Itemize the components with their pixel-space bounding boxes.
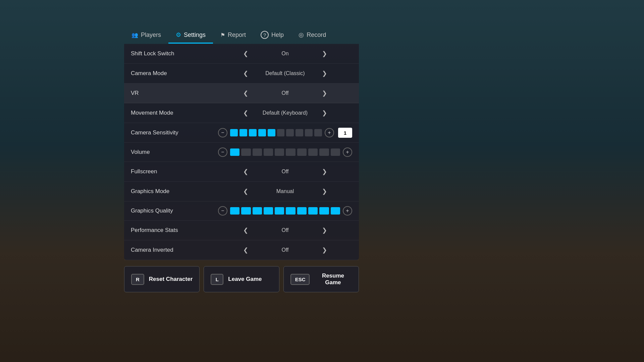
camera-inverted-right[interactable] bbox=[319, 245, 330, 255]
tab-record[interactable]: Record bbox=[291, 27, 333, 44]
camera-sensitivity-track bbox=[230, 129, 322, 136]
camera-sensitivity-plus[interactable]: + bbox=[325, 128, 334, 137]
slider-seg-5 bbox=[268, 129, 275, 136]
volume-track bbox=[230, 148, 340, 156]
setting-fullscreen: Fullscreen Off bbox=[124, 162, 359, 182]
chevron-right-icon bbox=[322, 227, 327, 234]
resume-game-button[interactable]: ESC Resume Game bbox=[283, 266, 359, 292]
volume-minus[interactable]: − bbox=[218, 147, 227, 157]
slider-seg-6 bbox=[277, 129, 285, 136]
chevron-left-icon bbox=[243, 50, 248, 57]
graphics-quality-minus[interactable]: − bbox=[218, 206, 227, 216]
chevron-right-icon bbox=[322, 246, 327, 254]
reset-character-label: Reset Character bbox=[149, 276, 193, 283]
tab-report-label: Report bbox=[228, 32, 246, 39]
camera-inverted-value: Off bbox=[255, 247, 315, 253]
movement-mode-label: Movement Mode bbox=[131, 110, 218, 116]
gq-seg-10 bbox=[331, 207, 340, 215]
slider-seg-10 bbox=[314, 129, 322, 136]
slider-seg-9 bbox=[305, 129, 313, 136]
gq-seg-6 bbox=[286, 207, 295, 215]
fullscreen-right[interactable] bbox=[319, 167, 330, 177]
chevron-right-icon bbox=[322, 89, 327, 97]
movement-mode-left[interactable] bbox=[240, 108, 251, 118]
camera-sensitivity-minus[interactable]: − bbox=[218, 128, 227, 137]
chevron-left-icon bbox=[243, 168, 248, 175]
graphics-mode-label: Graphics Mode bbox=[131, 188, 218, 195]
performance-stats-value: Off bbox=[255, 227, 315, 233]
gq-seg-4 bbox=[264, 207, 273, 215]
chevron-left-icon bbox=[243, 246, 248, 254]
tab-report[interactable]: Report bbox=[213, 27, 253, 44]
camera-inverted-label: Camera Inverted bbox=[131, 247, 218, 253]
volume-plus[interactable]: + bbox=[343, 147, 352, 157]
shift-lock-label: Shift Lock Switch bbox=[131, 50, 218, 57]
flag-icon bbox=[220, 32, 225, 39]
vol-seg-3 bbox=[253, 148, 262, 156]
fullscreen-label: Fullscreen bbox=[131, 168, 218, 175]
gear-icon bbox=[176, 31, 181, 39]
leave-game-button[interactable]: L Leave Game bbox=[204, 266, 279, 292]
slider-seg-4 bbox=[258, 129, 266, 136]
tab-help-label: Help bbox=[271, 32, 284, 39]
vr-right[interactable] bbox=[319, 88, 330, 98]
fullscreen-left[interactable] bbox=[240, 167, 251, 177]
chevron-left-icon bbox=[243, 227, 248, 234]
chevron-right-icon bbox=[322, 50, 327, 57]
chevron-right-icon bbox=[322, 109, 327, 117]
tab-bar: Players Settings Report Help Record bbox=[124, 27, 359, 44]
movement-mode-value: Default (Keyboard) bbox=[255, 110, 315, 116]
vr-label: VR bbox=[131, 90, 218, 97]
setting-camera-inverted: Camera Inverted Off bbox=[124, 240, 359, 260]
movement-mode-right[interactable] bbox=[319, 108, 330, 118]
reset-key-badge: R bbox=[131, 274, 144, 285]
gq-seg-9 bbox=[319, 207, 329, 215]
performance-stats-left[interactable] bbox=[240, 225, 251, 235]
setting-camera-sensitivity: Camera Sensitivity − + 1 bbox=[124, 123, 359, 143]
camera-sensitivity-control: − + 1 bbox=[218, 128, 352, 138]
performance-stats-right[interactable] bbox=[319, 225, 330, 235]
graphics-mode-value: Manual bbox=[255, 188, 315, 194]
fullscreen-value: Off bbox=[255, 169, 315, 175]
slider-seg-1 bbox=[230, 129, 238, 136]
shift-lock-value: On bbox=[255, 51, 315, 57]
shift-lock-right[interactable] bbox=[319, 49, 330, 59]
slider-seg-8 bbox=[296, 129, 303, 136]
shift-lock-left[interactable] bbox=[240, 49, 251, 59]
camera-mode-label: Camera Mode bbox=[131, 70, 218, 77]
graphics-quality-track bbox=[230, 207, 340, 215]
graphics-quality-plus[interactable]: + bbox=[343, 206, 352, 216]
tab-settings[interactable]: Settings bbox=[168, 27, 213, 44]
graphics-mode-left[interactable] bbox=[240, 186, 251, 196]
resume-game-label: Resume Game bbox=[314, 273, 352, 286]
tab-players[interactable]: Players bbox=[124, 27, 168, 44]
performance-stats-label: Performance Stats bbox=[131, 227, 218, 234]
tab-players-label: Players bbox=[141, 32, 161, 39]
slider-seg-3 bbox=[249, 129, 257, 136]
leave-key-badge: L bbox=[211, 274, 223, 285]
camera-inverted-left[interactable] bbox=[240, 245, 251, 255]
camera-mode-right[interactable] bbox=[319, 68, 330, 78]
leave-game-label: Leave Game bbox=[228, 276, 262, 283]
menu-container: Players Settings Report Help Record Shif… bbox=[124, 27, 359, 292]
camera-mode-left[interactable] bbox=[240, 68, 251, 78]
chevron-right-icon bbox=[322, 70, 327, 77]
gq-seg-5 bbox=[275, 207, 284, 215]
vr-value: Off bbox=[255, 90, 315, 96]
vol-seg-10 bbox=[331, 148, 340, 156]
setting-movement-mode: Movement Mode Default (Keyboard) bbox=[124, 103, 359, 123]
graphics-mode-right[interactable] bbox=[319, 186, 330, 196]
gq-seg-2 bbox=[241, 207, 251, 215]
vr-left[interactable] bbox=[240, 88, 251, 98]
chevron-left-icon bbox=[243, 70, 248, 77]
camera-sensitivity-label: Camera Sensitivity bbox=[131, 129, 218, 136]
users-icon bbox=[131, 32, 138, 39]
volume-control: − + bbox=[218, 147, 352, 157]
gq-seg-8 bbox=[308, 207, 318, 215]
setting-vr: VR Off bbox=[124, 83, 359, 103]
vol-seg-7 bbox=[297, 148, 307, 156]
resume-key-badge: ESC bbox=[290, 274, 310, 285]
reset-character-button[interactable]: R Reset Character bbox=[124, 266, 200, 292]
setting-camera-mode: Camera Mode Default (Classic) bbox=[124, 64, 359, 83]
tab-help[interactable]: Help bbox=[253, 27, 291, 44]
